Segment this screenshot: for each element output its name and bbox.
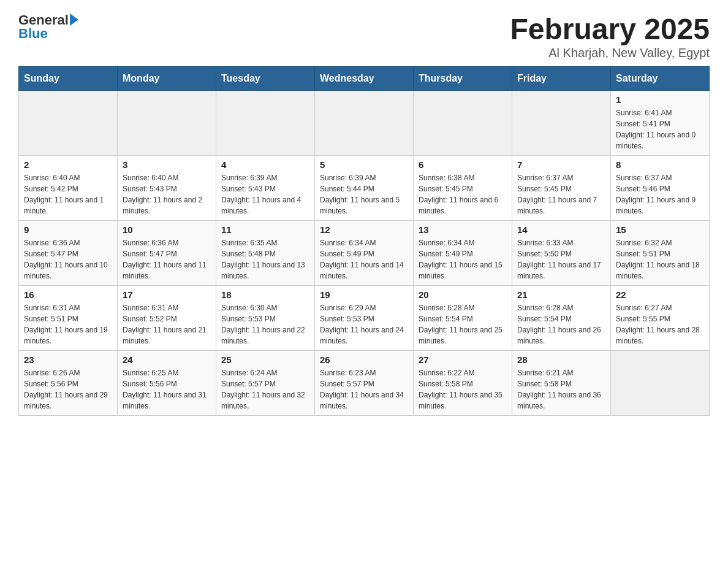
- calendar-cell: [19, 91, 118, 156]
- calendar-cell: [216, 91, 315, 156]
- day-number: 8: [616, 159, 704, 170]
- day-info: Sunrise: 6:24 AM Sunset: 5:57 PM Dayligh…: [221, 367, 309, 412]
- day-info: Sunrise: 6:35 AM Sunset: 5:48 PM Dayligh…: [221, 237, 309, 282]
- calendar-week-row: 2Sunrise: 6:40 AM Sunset: 5:42 PM Daylig…: [19, 156, 710, 221]
- day-number: 11: [221, 224, 309, 235]
- day-info: Sunrise: 6:23 AM Sunset: 5:57 PM Dayligh…: [320, 367, 408, 412]
- calendar-cell: 5Sunrise: 6:39 AM Sunset: 5:44 PM Daylig…: [315, 156, 414, 221]
- day-info: Sunrise: 6:31 AM Sunset: 5:52 PM Dayligh…: [123, 302, 211, 347]
- calendar-cell: 2Sunrise: 6:40 AM Sunset: 5:42 PM Daylig…: [19, 156, 118, 221]
- day-number: 28: [517, 354, 605, 365]
- day-number: 4: [221, 159, 309, 170]
- calendar-header-row: Sunday Monday Tuesday Wednesday Thursday…: [19, 67, 710, 91]
- calendar-week-row: 23Sunrise: 6:26 AM Sunset: 5:56 PM Dayli…: [19, 351, 710, 416]
- day-number: 26: [320, 354, 408, 365]
- calendar-cell: 7Sunrise: 6:37 AM Sunset: 5:45 PM Daylig…: [512, 156, 611, 221]
- day-number: 24: [123, 354, 211, 365]
- calendar-subtitle: Al Kharjah, New Valley, Egypt: [510, 46, 710, 60]
- calendar-cell: 15Sunrise: 6:32 AM Sunset: 5:51 PM Dayli…: [611, 221, 710, 286]
- day-info: Sunrise: 6:26 AM Sunset: 5:56 PM Dayligh…: [24, 367, 112, 412]
- calendar-cell: 13Sunrise: 6:34 AM Sunset: 5:49 PM Dayli…: [414, 221, 512, 286]
- calendar-cell: 21Sunrise: 6:28 AM Sunset: 5:54 PM Dayli…: [512, 286, 611, 351]
- day-info: Sunrise: 6:21 AM Sunset: 5:58 PM Dayligh…: [517, 367, 605, 412]
- logo: General Blue: [18, 12, 78, 42]
- day-info: Sunrise: 6:40 AM Sunset: 5:43 PM Dayligh…: [123, 172, 211, 216]
- day-info: Sunrise: 6:30 AM Sunset: 5:53 PM Dayligh…: [221, 302, 309, 347]
- day-number: 14: [517, 224, 605, 235]
- calendar-title: February 2025: [510, 12, 710, 46]
- calendar-cell: 11Sunrise: 6:35 AM Sunset: 5:48 PM Dayli…: [216, 221, 315, 286]
- calendar-cell: 9Sunrise: 6:36 AM Sunset: 5:47 PM Daylig…: [19, 221, 118, 286]
- logo-blue-text: Blue: [18, 26, 78, 42]
- day-number: 16: [24, 289, 112, 300]
- calendar-week-row: 16Sunrise: 6:31 AM Sunset: 5:51 PM Dayli…: [19, 286, 710, 351]
- day-number: 9: [24, 224, 112, 235]
- day-info: Sunrise: 6:37 AM Sunset: 5:46 PM Dayligh…: [616, 172, 704, 216]
- calendar-week-row: 9Sunrise: 6:36 AM Sunset: 5:47 PM Daylig…: [19, 221, 710, 286]
- page-header: General Blue February 2025 Al Kharjah, N…: [18, 12, 710, 60]
- day-info: Sunrise: 6:39 AM Sunset: 5:44 PM Dayligh…: [320, 172, 408, 216]
- calendar-cell: [414, 91, 512, 156]
- calendar-cell: 6Sunrise: 6:38 AM Sunset: 5:45 PM Daylig…: [414, 156, 512, 221]
- calendar-cell: 12Sunrise: 6:34 AM Sunset: 5:49 PM Dayli…: [315, 221, 414, 286]
- col-saturday: Saturday: [611, 67, 710, 91]
- day-number: 13: [419, 224, 507, 235]
- day-number: 18: [221, 289, 309, 300]
- day-number: 3: [123, 159, 211, 170]
- calendar-week-row: 1Sunrise: 6:41 AM Sunset: 5:41 PM Daylig…: [19, 91, 710, 156]
- day-number: 23: [24, 354, 112, 365]
- calendar-cell: 16Sunrise: 6:31 AM Sunset: 5:51 PM Dayli…: [19, 286, 118, 351]
- col-friday: Friday: [512, 67, 611, 91]
- calendar-cell: 1Sunrise: 6:41 AM Sunset: 5:41 PM Daylig…: [611, 91, 710, 156]
- day-info: Sunrise: 6:41 AM Sunset: 5:41 PM Dayligh…: [616, 107, 704, 151]
- day-info: Sunrise: 6:34 AM Sunset: 5:49 PM Dayligh…: [320, 237, 408, 282]
- calendar-cell: 24Sunrise: 6:25 AM Sunset: 5:56 PM Dayli…: [118, 351, 216, 416]
- calendar-cell: [512, 91, 611, 156]
- calendar-cell: 27Sunrise: 6:22 AM Sunset: 5:58 PM Dayli…: [414, 351, 512, 416]
- day-info: Sunrise: 6:36 AM Sunset: 5:47 PM Dayligh…: [123, 237, 211, 282]
- day-number: 10: [123, 224, 211, 235]
- col-thursday: Thursday: [414, 67, 512, 91]
- logo-arrow-icon: [70, 13, 78, 26]
- calendar-cell: 4Sunrise: 6:39 AM Sunset: 5:43 PM Daylig…: [216, 156, 315, 221]
- col-wednesday: Wednesday: [315, 67, 414, 91]
- day-info: Sunrise: 6:32 AM Sunset: 5:51 PM Dayligh…: [616, 237, 704, 282]
- day-number: 6: [419, 159, 507, 170]
- day-number: 21: [517, 289, 605, 300]
- day-info: Sunrise: 6:27 AM Sunset: 5:55 PM Dayligh…: [616, 302, 704, 347]
- day-info: Sunrise: 6:33 AM Sunset: 5:50 PM Dayligh…: [517, 237, 605, 282]
- calendar-cell: 3Sunrise: 6:40 AM Sunset: 5:43 PM Daylig…: [118, 156, 216, 221]
- calendar-cell: 23Sunrise: 6:26 AM Sunset: 5:56 PM Dayli…: [19, 351, 118, 416]
- day-number: 19: [320, 289, 408, 300]
- calendar-cell: 8Sunrise: 6:37 AM Sunset: 5:46 PM Daylig…: [611, 156, 710, 221]
- calendar-cell: [315, 91, 414, 156]
- day-number: 27: [419, 354, 507, 365]
- day-info: Sunrise: 6:22 AM Sunset: 5:58 PM Dayligh…: [419, 367, 507, 412]
- day-number: 2: [24, 159, 112, 170]
- day-info: Sunrise: 6:39 AM Sunset: 5:43 PM Dayligh…: [221, 172, 309, 216]
- day-info: Sunrise: 6:40 AM Sunset: 5:42 PM Dayligh…: [24, 172, 112, 216]
- calendar-table: Sunday Monday Tuesday Wednesday Thursday…: [18, 66, 710, 416]
- day-info: Sunrise: 6:36 AM Sunset: 5:47 PM Dayligh…: [24, 237, 112, 282]
- day-info: Sunrise: 6:25 AM Sunset: 5:56 PM Dayligh…: [123, 367, 211, 412]
- day-number: 20: [419, 289, 507, 300]
- calendar-cell: 17Sunrise: 6:31 AM Sunset: 5:52 PM Dayli…: [118, 286, 216, 351]
- day-info: Sunrise: 6:28 AM Sunset: 5:54 PM Dayligh…: [419, 302, 507, 347]
- day-info: Sunrise: 6:29 AM Sunset: 5:53 PM Dayligh…: [320, 302, 408, 347]
- calendar-cell: [611, 351, 710, 416]
- day-info: Sunrise: 6:31 AM Sunset: 5:51 PM Dayligh…: [24, 302, 112, 347]
- day-info: Sunrise: 6:38 AM Sunset: 5:45 PM Dayligh…: [419, 172, 507, 216]
- day-info: Sunrise: 6:34 AM Sunset: 5:49 PM Dayligh…: [419, 237, 507, 282]
- day-number: 1: [616, 94, 704, 105]
- day-number: 25: [221, 354, 309, 365]
- day-number: 17: [123, 289, 211, 300]
- calendar-cell: [118, 91, 216, 156]
- day-number: 22: [616, 289, 704, 300]
- calendar-cell: 28Sunrise: 6:21 AM Sunset: 5:58 PM Dayli…: [512, 351, 611, 416]
- calendar-cell: 20Sunrise: 6:28 AM Sunset: 5:54 PM Dayli…: [414, 286, 512, 351]
- day-number: 7: [517, 159, 605, 170]
- col-monday: Monday: [118, 67, 216, 91]
- calendar-cell: 22Sunrise: 6:27 AM Sunset: 5:55 PM Dayli…: [611, 286, 710, 351]
- col-sunday: Sunday: [19, 67, 118, 91]
- day-number: 12: [320, 224, 408, 235]
